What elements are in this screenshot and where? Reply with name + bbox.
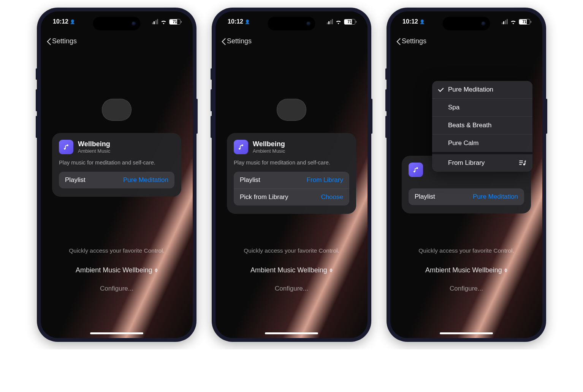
wellbeing-app-icon [409, 163, 423, 177]
control-selector[interactable]: Ambient Music Wellbeing [76, 266, 158, 274]
updown-icon [504, 268, 507, 272]
volume-up-button[interactable] [385, 89, 387, 111]
home-indicator[interactable] [90, 332, 143, 334]
menu-option-from-library[interactable]: From Library [432, 152, 532, 172]
status-time: 10:12 [53, 18, 68, 25]
screen-1: 10:12 👤 71 Settings Wellbeing Ambient Mu [41, 11, 193, 338]
control-selector[interactable]: Ambient Music Wellbeing [425, 266, 507, 274]
playlist-label: Playlist [415, 193, 435, 201]
configure-button[interactable]: Configure... [215, 285, 368, 292]
screen-2: 10:12 👤 71 Settings Wellbeing Ambient Mu [215, 11, 368, 338]
status-time: 10:12 [228, 18, 243, 25]
wifi-icon [510, 19, 516, 24]
person-icon: 👤 [245, 19, 250, 24]
power-button[interactable] [546, 99, 547, 134]
card-title: Wellbeing [78, 140, 110, 148]
volume-down-button[interactable] [385, 116, 387, 138]
volume-up-button[interactable] [36, 89, 37, 111]
back-button[interactable]: Settings [47, 37, 77, 45]
mute-switch[interactable] [385, 68, 387, 80]
power-button[interactable] [196, 99, 198, 134]
phone-2: 10:12 👤 71 Settings Wellbeing Ambient Mu [212, 8, 371, 342]
playlist-value: Pure Meditation [473, 193, 518, 201]
svg-point-3 [239, 148, 241, 150]
playlist-label: Playlist [240, 176, 260, 184]
svg-point-1 [64, 148, 66, 150]
person-icon: 👤 [70, 19, 75, 24]
home-indicator[interactable] [265, 332, 318, 334]
bottom-section: Quickly access your favorite Control. Am… [41, 245, 193, 292]
svg-rect-8 [519, 164, 521, 165]
cellular-icon [327, 19, 333, 24]
menu-option-spa[interactable]: Spa [432, 98, 532, 116]
dynamic-island [443, 17, 490, 30]
configure-button[interactable]: Configure... [41, 285, 193, 292]
screen-3: 10:12 👤 71 Settings Wellbeing Ambient Mu… [390, 11, 542, 338]
battery-icon: 71 [169, 19, 181, 25]
card-description: Play music for meditation and self-care. [234, 160, 349, 166]
control-name: Ambient Music Wellbeing [250, 266, 327, 274]
battery-icon: 71 [519, 19, 530, 25]
playlist-row[interactable]: Playlist Pure Meditation [59, 172, 174, 188]
pick-from-library-row[interactable]: Pick from Library Choose [234, 188, 349, 205]
configure-button[interactable]: Configure... [390, 285, 542, 292]
music-list-icon [519, 160, 526, 166]
control-name: Ambient Music Wellbeing [425, 266, 502, 274]
back-label: Settings [52, 37, 77, 45]
dynamic-island [268, 17, 315, 30]
card-subtitle: Ambient Music [78, 148, 110, 154]
back-label: Settings [402, 37, 426, 45]
bg-widget [102, 99, 131, 121]
menu-option-beats-breath[interactable]: Beats & Breath [432, 116, 532, 134]
battery-icon: 71 [344, 19, 355, 25]
menu-option-pure-meditation[interactable]: Pure Meditation [432, 81, 532, 98]
mute-switch[interactable] [211, 68, 212, 80]
wellbeing-app-icon [234, 140, 248, 154]
menu-label: Beats & Breath [448, 122, 491, 129]
menu-option-pure-calm[interactable]: Pure Calm [432, 134, 532, 152]
mute-switch[interactable] [36, 68, 37, 80]
config-card: Wellbeing Ambient Music Play music for m… [227, 133, 356, 214]
config-card: Wellbeing Ambient Music Play music for m… [52, 133, 181, 197]
phone-1: 10:12 👤 71 Settings Wellbeing Ambient Mu [37, 8, 196, 342]
card-description: Play music for meditation and self-care. [59, 160, 174, 166]
controls-hint: Quickly access your favorite Control. [390, 247, 542, 254]
playlist-value: From Library [307, 176, 343, 184]
playlist-value: Pure Meditation [123, 176, 168, 184]
power-button[interactable] [371, 99, 372, 134]
updown-icon [330, 268, 333, 272]
home-indicator[interactable] [440, 332, 493, 334]
controls-hint: Quickly access your favorite Control. [215, 247, 368, 254]
playlist-menu: Pure Meditation Spa Beats & Breath Pure … [432, 81, 532, 172]
back-label: Settings [227, 37, 252, 45]
pick-label: Pick from Library [240, 193, 288, 201]
bottom-section: Quickly access your favorite Control. Am… [390, 245, 542, 292]
status-time: 10:12 [402, 18, 418, 25]
control-name: Ambient Music Wellbeing [76, 266, 152, 274]
playlist-label: Playlist [65, 176, 86, 184]
chevron-left-icon [222, 38, 226, 45]
volume-down-button[interactable] [211, 116, 212, 138]
volume-up-button[interactable] [211, 89, 212, 111]
menu-label: Pure Meditation [448, 86, 493, 93]
menu-label: Pure Calm [448, 139, 478, 147]
cellular-icon [502, 19, 508, 24]
updown-icon [155, 268, 158, 272]
controls-hint: Quickly access your favorite Control. [41, 247, 193, 254]
menu-label: Spa [448, 104, 459, 111]
phone-3: 10:12 👤 71 Settings Wellbeing Ambient Mu… [387, 8, 546, 342]
cellular-icon [152, 19, 158, 24]
card-subtitle: Ambient Music [253, 148, 285, 154]
svg-point-5 [413, 171, 415, 172]
back-button[interactable]: Settings [396, 37, 426, 45]
volume-down-button[interactable] [36, 116, 37, 138]
chevron-left-icon [396, 38, 401, 45]
playlist-row[interactable]: Playlist Pure Meditation [409, 188, 524, 205]
bottom-section: Quickly access your favorite Control. Am… [215, 245, 368, 292]
back-button[interactable]: Settings [222, 37, 252, 45]
pick-value: Choose [321, 193, 343, 201]
svg-rect-6 [519, 161, 523, 161]
card-title: Wellbeing [253, 140, 285, 148]
control-selector[interactable]: Ambient Music Wellbeing [250, 266, 333, 274]
playlist-row[interactable]: Playlist From Library [234, 172, 349, 188]
